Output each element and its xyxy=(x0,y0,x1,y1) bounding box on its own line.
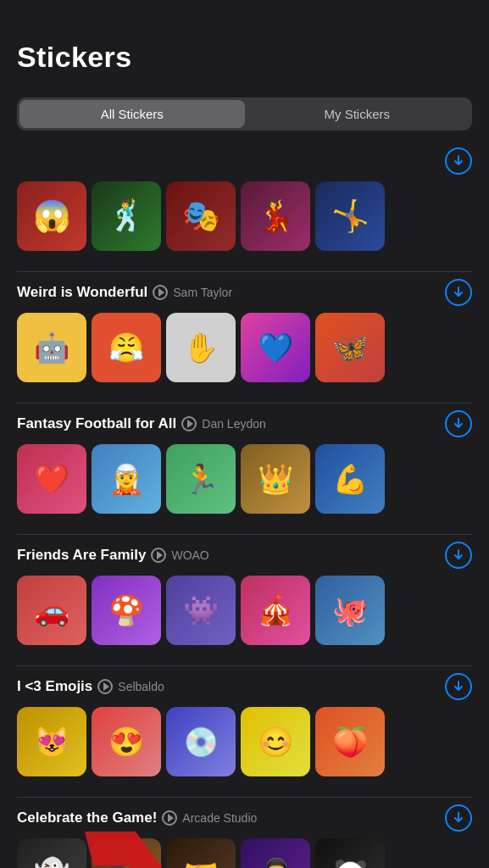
download-btn[interactable] xyxy=(445,673,472,700)
section-title: Weird is Wonderful xyxy=(17,284,147,301)
sticker-item[interactable]: 🤸 xyxy=(315,181,385,251)
download-btn[interactable] xyxy=(445,542,472,569)
sticker-item[interactable]: 🐼 xyxy=(315,838,385,868)
emojis-section: I <3 Emojis Selbaldo 😻 😍 💿 😊 🍑 xyxy=(0,666,489,790)
sticker-row: 🚗 🍄 👾 🎪 🐙 xyxy=(0,576,489,645)
sticker-item[interactable]: 😤 xyxy=(92,313,161,382)
section-title: Celebrate the Game! xyxy=(17,810,157,826)
sticker-item[interactable]: 🦋 xyxy=(315,313,385,382)
sticker-item[interactable]: 🥷 xyxy=(241,838,310,868)
sticker-row: 👻 🦅 🤝 🥷 🐼 xyxy=(0,838,489,868)
section-title: Fantasy Football for All xyxy=(17,415,176,432)
sticker-item[interactable]: 👑 xyxy=(241,444,310,514)
download-btn[interactable] xyxy=(445,804,472,832)
section-author: Arcade Studio xyxy=(182,811,257,825)
sticker-item[interactable]: 🐙 xyxy=(315,576,385,645)
sticker-item[interactable]: 💪 xyxy=(315,444,385,514)
sticker-item[interactable]: 🎭 xyxy=(166,181,236,251)
sticker-item[interactable]: 😱 xyxy=(17,181,86,251)
section-title-group: Celebrate the Game! Arcade Studio xyxy=(17,810,445,826)
section-title-group: Weird is Wonderful Sam Taylor xyxy=(17,284,445,301)
friends-family-section: Friends Are Family WOAO 🚗 🍄 👾 🎪 🐙 xyxy=(0,535,489,659)
sticker-item[interactable]: 😍 xyxy=(92,707,161,776)
tab-my-stickers[interactable]: My Stickers xyxy=(245,100,470,128)
sticker-row: ❤️ 🧝 🏃 👑 💪 xyxy=(0,444,489,514)
sticker-item[interactable]: 💿 xyxy=(166,707,236,776)
sticker-item[interactable]: ❤️ xyxy=(17,444,86,514)
section-header: Friends Are Family WOAO xyxy=(0,538,489,576)
sticker-item[interactable]: 🦅 xyxy=(92,838,161,868)
tab-bar: All Stickers My Stickers xyxy=(17,97,472,131)
sticker-item[interactable]: 🕺 xyxy=(92,181,161,251)
sticker-item[interactable]: ✋ xyxy=(166,313,236,382)
tab-all-stickers[interactable]: All Stickers xyxy=(19,100,245,128)
play-icon[interactable] xyxy=(162,810,177,826)
play-icon[interactable] xyxy=(153,285,168,300)
download-btn[interactable] xyxy=(445,279,472,306)
sticker-item[interactable]: 🍑 xyxy=(315,707,385,776)
download-btn[interactable] xyxy=(445,410,472,437)
sticker-item[interactable]: 🤝 xyxy=(166,838,236,868)
sticker-item[interactable]: 🚗 xyxy=(17,576,86,645)
section-header: Celebrate the Game! Arcade Studio xyxy=(0,801,489,838)
play-icon[interactable] xyxy=(97,679,113,694)
section-title-group: Friends Are Family WOAO xyxy=(17,547,445,564)
section-header: Fantasy Football for All Dan Leydon xyxy=(0,407,489,444)
sticker-row: 😻 😍 💿 😊 🍑 xyxy=(0,707,489,776)
sticker-item[interactable]: 💙 xyxy=(241,313,310,382)
weird-wonderful-section: Weird is Wonderful Sam Taylor 🤖 😤 ✋ 💙 🦋 xyxy=(0,272,489,396)
featured-download-btn[interactable] xyxy=(445,147,472,175)
featured-section: 😱 🕺 🎭 💃 🤸 xyxy=(0,144,489,264)
section-author: WOAO xyxy=(171,548,208,562)
section-title: Friends Are Family xyxy=(17,547,146,564)
play-icon[interactable] xyxy=(151,548,166,563)
sticker-row: 🤖 😤 ✋ 💙 🦋 xyxy=(0,313,489,382)
section-title: I <3 Emojis xyxy=(17,678,92,695)
sticker-item[interactable]: 🧝 xyxy=(92,444,161,514)
sticker-item[interactable]: 🏃 xyxy=(166,444,236,514)
sticker-item[interactable]: 👻 xyxy=(17,838,86,868)
featured-sticker-row: 😱 🕺 🎭 💃 🤸 xyxy=(0,181,489,251)
section-author: Dan Leydon xyxy=(202,417,266,431)
section-author: Sam Taylor xyxy=(173,286,232,299)
section-header: Weird is Wonderful Sam Taylor xyxy=(0,275,489,313)
sticker-item[interactable]: 🎪 xyxy=(241,576,310,645)
play-icon[interactable] xyxy=(181,416,197,431)
page-title: Stickers xyxy=(17,41,472,74)
page-container: Stickers All Stickers My Stickers 😱 🕺 xyxy=(0,0,489,868)
sticker-item[interactable]: 🍄 xyxy=(92,576,161,645)
section-title-group: I <3 Emojis Selbaldo xyxy=(17,678,445,695)
header: Stickers xyxy=(0,0,489,87)
sticker-item[interactable]: 😻 xyxy=(17,707,86,776)
celebrate-section: Celebrate the Game! Arcade Studio 👻 🦅 🤝 … xyxy=(0,798,489,868)
section-header: I <3 Emojis Selbaldo xyxy=(0,670,489,707)
sticker-item[interactable]: 👾 xyxy=(166,576,236,645)
sticker-item[interactable]: 😊 xyxy=(241,707,310,776)
sticker-item[interactable]: 💃 xyxy=(241,181,310,251)
section-title-group: Fantasy Football for All Dan Leydon xyxy=(17,415,445,432)
sticker-item[interactable]: 🤖 xyxy=(17,313,86,382)
section-author: Selbaldo xyxy=(118,680,164,693)
fantasy-football-section: Fantasy Football for All Dan Leydon ❤️ 🧝… xyxy=(0,403,489,527)
